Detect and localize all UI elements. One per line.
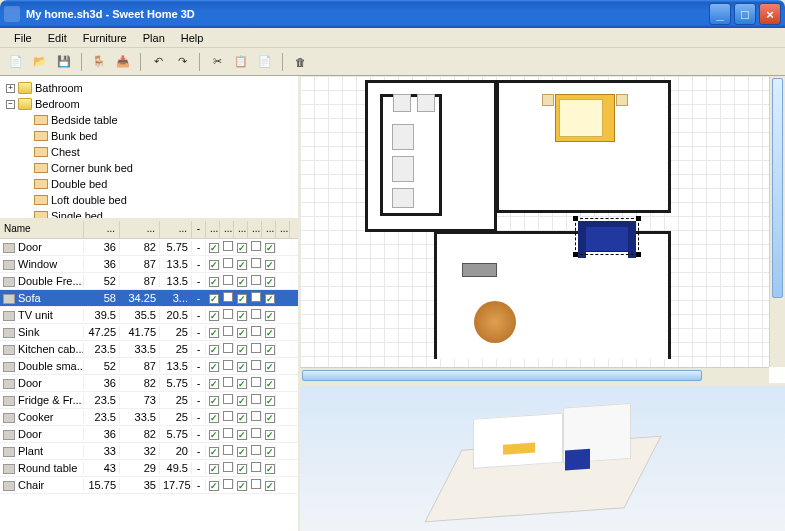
checkbox[interactable] xyxy=(223,377,233,387)
new-button[interactable]: 📄 xyxy=(6,52,26,72)
col-c6[interactable]: ... xyxy=(220,221,234,238)
col-x[interactable]: ... xyxy=(84,221,120,238)
checkbox[interactable]: ✓ xyxy=(265,260,275,270)
checkbox[interactable] xyxy=(251,377,261,387)
checkbox[interactable]: ✓ xyxy=(209,260,219,270)
plan-scrollbar-vertical[interactable] xyxy=(769,76,785,367)
table-row[interactable]: TV unit39.535.520.5-✓✓✓ xyxy=(0,307,298,324)
maximize-button[interactable]: □ xyxy=(734,3,756,25)
menu-file[interactable]: File xyxy=(6,30,40,46)
checkbox[interactable] xyxy=(223,343,233,353)
table-row[interactable]: Double Fre...528713.5-✓✓✓ xyxy=(0,273,298,290)
undo-button[interactable]: ↶ xyxy=(148,52,168,72)
checkbox[interactable]: ✓ xyxy=(237,379,247,389)
list-header[interactable]: Name ... ... ... - ... ... ... ... ... .… xyxy=(0,221,298,239)
plan-view[interactable] xyxy=(300,76,785,386)
checkbox[interactable]: ✓ xyxy=(237,413,247,423)
checkbox[interactable]: ✓ xyxy=(237,447,247,457)
table-row[interactable]: Double sma...528713.5-✓✓✓ xyxy=(0,358,298,375)
checkbox[interactable] xyxy=(223,309,233,319)
checkbox[interactable]: ✓ xyxy=(237,328,247,338)
checkbox[interactable]: ✓ xyxy=(265,277,275,287)
checkbox[interactable] xyxy=(251,241,261,251)
checkbox[interactable]: ✓ xyxy=(265,430,275,440)
menu-furniture[interactable]: Furniture xyxy=(75,30,135,46)
checkbox[interactable]: ✓ xyxy=(209,311,219,321)
table-row[interactable]: Door36825.75-✓✓✓ xyxy=(0,375,298,392)
table-row[interactable]: Cooker23.533.525-✓✓✓ xyxy=(0,409,298,426)
checkbox[interactable]: ✓ xyxy=(265,413,275,423)
checkbox[interactable] xyxy=(223,360,233,370)
checkbox[interactable]: ✓ xyxy=(265,294,275,304)
col-c7[interactable]: ... xyxy=(234,221,248,238)
col-c8[interactable]: ... xyxy=(248,221,262,238)
checkbox[interactable] xyxy=(223,411,233,421)
checkbox[interactable]: ✓ xyxy=(265,464,275,474)
checkbox[interactable]: ✓ xyxy=(265,311,275,321)
checkbox[interactable]: ✓ xyxy=(237,464,247,474)
furniture-fridge[interactable] xyxy=(392,124,414,150)
checkbox[interactable] xyxy=(223,258,233,268)
checkbox[interactable]: ✓ xyxy=(237,345,247,355)
checkbox[interactable]: ✓ xyxy=(209,277,219,287)
checkbox[interactable]: ✓ xyxy=(237,362,247,372)
checkbox[interactable]: ✓ xyxy=(209,379,219,389)
checkbox[interactable] xyxy=(223,241,233,251)
furniture-catalog[interactable]: + Bathroom − Bedroom Bedside tableBunk b… xyxy=(0,76,298,221)
menu-plan[interactable]: Plan xyxy=(135,30,173,46)
furniture-cooker[interactable] xyxy=(392,156,414,182)
add-furniture-button[interactable]: 🪑 xyxy=(89,52,109,72)
checkbox[interactable] xyxy=(251,343,261,353)
cut-button[interactable]: ✂ xyxy=(207,52,227,72)
expand-icon[interactable]: + xyxy=(6,84,15,93)
table-row[interactable]: Round table432949.5-✓✓✓ xyxy=(0,460,298,477)
furniture-bedside[interactable] xyxy=(616,94,628,106)
plan-scrollbar-horizontal[interactable] xyxy=(300,367,769,383)
col-c4[interactable]: - xyxy=(192,221,206,238)
checkbox[interactable]: ✓ xyxy=(265,362,275,372)
close-button[interactable]: × xyxy=(759,3,781,25)
col-c5[interactable]: ... xyxy=(206,221,220,238)
checkbox[interactable] xyxy=(251,445,261,455)
table-row[interactable]: Fridge & Fr...23.57325-✓✓✓ xyxy=(0,392,298,409)
menu-help[interactable]: Help xyxy=(173,30,212,46)
furniture-bed[interactable] xyxy=(555,94,615,142)
menu-edit[interactable]: Edit xyxy=(40,30,75,46)
checkbox[interactable]: ✓ xyxy=(209,362,219,372)
list-body[interactable]: Door36825.75-✓✓✓Window368713.5-✓✓✓Double… xyxy=(0,239,298,531)
checkbox[interactable] xyxy=(223,292,233,302)
checkbox[interactable]: ✓ xyxy=(265,396,275,406)
tree-item[interactable]: Chest xyxy=(2,144,296,160)
table-row[interactable]: Sink47.2541.7525-✓✓✓ xyxy=(0,324,298,341)
checkbox[interactable]: ✓ xyxy=(237,260,247,270)
tree-item[interactable]: Corner bunk bed xyxy=(2,160,296,176)
table-row[interactable]: Chair15.753517.75-✓✓✓ xyxy=(0,477,298,494)
delete-button[interactable]: 🗑 xyxy=(290,52,310,72)
paste-button[interactable]: 📄 xyxy=(255,52,275,72)
tree-item[interactable]: Loft double bed xyxy=(2,192,296,208)
checkbox[interactable]: ✓ xyxy=(265,328,275,338)
col-c10[interactable]: ... xyxy=(276,221,290,238)
import-button[interactable]: 📥 xyxy=(113,52,133,72)
minimize-button[interactable]: _ xyxy=(709,3,731,25)
checkbox[interactable]: ✓ xyxy=(265,447,275,457)
checkbox[interactable]: ✓ xyxy=(209,345,219,355)
save-button[interactable]: 💾 xyxy=(54,52,74,72)
checkbox[interactable]: ✓ xyxy=(237,481,247,491)
table-row[interactable]: Plant333220-✓✓✓ xyxy=(0,443,298,460)
checkbox[interactable]: ✓ xyxy=(209,396,219,406)
checkbox[interactable]: ✓ xyxy=(209,430,219,440)
checkbox[interactable]: ✓ xyxy=(237,243,247,253)
furniture-sink[interactable] xyxy=(392,188,414,208)
checkbox[interactable] xyxy=(223,445,233,455)
checkbox[interactable] xyxy=(251,360,261,370)
furniture-round-table[interactable] xyxy=(474,301,516,343)
copy-button[interactable]: 📋 xyxy=(231,52,251,72)
checkbox[interactable] xyxy=(251,258,261,268)
checkbox[interactable]: ✓ xyxy=(209,243,219,253)
col-elev[interactable]: ... xyxy=(160,221,192,238)
furniture-bedside[interactable] xyxy=(542,94,554,106)
col-name[interactable]: Name xyxy=(0,221,84,238)
table-row[interactable]: Kitchen cab...23.533.525-✓✓✓ xyxy=(0,341,298,358)
table-row[interactable]: Door36825.75-✓✓✓ xyxy=(0,426,298,443)
